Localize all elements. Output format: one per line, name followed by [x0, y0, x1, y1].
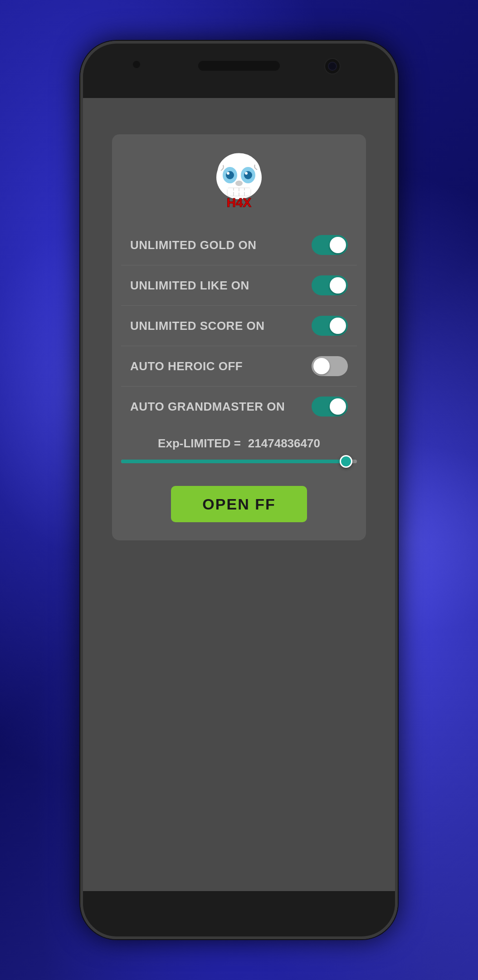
svg-text:H4X: H4X	[227, 196, 252, 210]
unlimited-like-toggle[interactable]	[312, 275, 348, 295]
power-button	[396, 225, 398, 279]
phone-bottom-bar	[83, 891, 395, 936]
exp-slider-container	[112, 455, 366, 472]
auto-heroic-toggle[interactable]	[312, 356, 348, 376]
auto-grandmaster-toggle[interactable]	[312, 397, 348, 416]
speaker	[198, 61, 280, 71]
toggle-knob	[313, 358, 330, 374]
unlimited-gold-label: UNLIMITED GOLD ON	[130, 238, 257, 252]
slider-track[interactable]	[121, 460, 357, 463]
toggle-knob	[330, 237, 346, 253]
app-card: H4X UNLIMITED GOLD ON UNLIMITED LIKE ON	[112, 134, 366, 540]
unlimited-like-label: UNLIMITED LIKE ON	[130, 279, 249, 293]
auto-heroic-label: AUTO HEROIC OFF	[130, 359, 243, 373]
front-camera	[324, 58, 341, 74]
open-ff-button[interactable]: OPEN FF	[171, 486, 307, 522]
auto-grandmaster-label: AUTO GRANDMASTER ON	[130, 400, 285, 414]
volume-down-button	[80, 302, 82, 357]
toggle-row-auto-heroic: AUTO HEROIC OFF	[121, 346, 357, 387]
toggle-knob	[330, 318, 346, 334]
volume-silent-button	[80, 198, 82, 230]
exp-value: 21474836470	[248, 436, 320, 451]
svg-point-5	[244, 171, 252, 179]
toggle-knob	[330, 277, 346, 294]
toggle-row-unlimited-score: UNLIMITED SCORE ON	[121, 306, 357, 346]
unlimited-score-label: UNLIMITED SCORE ON	[130, 319, 264, 333]
unlimited-score-toggle[interactable]	[312, 316, 348, 336]
h4x-logo: H4X	[207, 152, 271, 211]
volume-up-button	[80, 239, 82, 293]
toggle-row-unlimited-gold: UNLIMITED GOLD ON	[121, 225, 357, 265]
toggle-row-unlimited-like: UNLIMITED LIKE ON	[121, 265, 357, 306]
slider-fill	[121, 460, 343, 463]
toggles-container: UNLIMITED GOLD ON UNLIMITED LIKE ON UNLI…	[112, 225, 366, 426]
toggle-row-auto-grandmaster: AUTO GRANDMASTER ON	[121, 387, 357, 426]
toggle-knob	[330, 398, 346, 415]
phone-content: H4X UNLIMITED GOLD ON UNLIMITED LIKE ON	[83, 98, 395, 891]
slider-thumb[interactable]	[340, 455, 352, 468]
unlimited-gold-toggle[interactable]	[312, 235, 348, 255]
svg-point-6	[227, 172, 229, 175]
sensor	[133, 61, 140, 68]
svg-point-4	[226, 171, 234, 179]
phone-frame: H4X UNLIMITED GOLD ON UNLIMITED LIKE ON	[80, 41, 398, 939]
svg-point-7	[245, 172, 248, 175]
exp-row: Exp-LIMITED = 21474836470	[149, 426, 329, 455]
exp-label: Exp-LIMITED =	[158, 436, 241, 451]
logo-area: H4X	[207, 134, 271, 225]
svg-point-8	[235, 181, 243, 186]
phone-top-bar	[83, 44, 395, 98]
